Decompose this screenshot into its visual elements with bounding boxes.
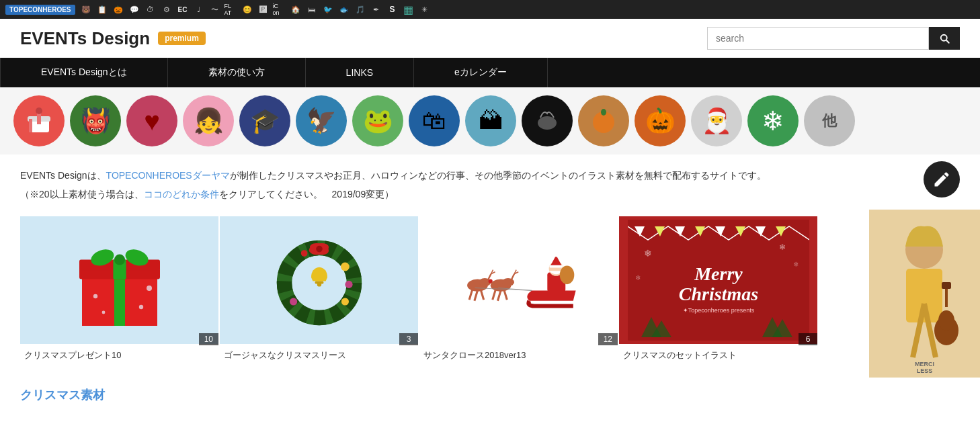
topbar-icon-sparkle[interactable]: ✳ bbox=[418, 3, 432, 16]
category-item-ink[interactable] bbox=[522, 95, 573, 146]
nav-item-usage[interactable]: 素材の使い方 bbox=[168, 58, 306, 87]
description-line2: （※20以上素材使う場合は、ココのどれか条件をクリアしてください。 2019/0… bbox=[20, 187, 786, 203]
svg-point-33 bbox=[290, 298, 297, 305]
category-item-tanabata[interactable]: 🛍 bbox=[409, 95, 460, 146]
header-left: EVENTs Design premium bbox=[20, 28, 206, 49]
card-grid: クリスマスプレゼント10 10 bbox=[20, 216, 960, 367]
category-item-autumn[interactable]: 🏔 bbox=[465, 95, 516, 146]
topbar-icon-smile[interactable]: 😊 bbox=[241, 3, 254, 16]
svg-text:❄: ❄ bbox=[644, 248, 652, 259]
section-heading-link[interactable]: クリスマス素材 bbox=[20, 388, 105, 402]
sidebar-ad-text: MERCILESS bbox=[872, 361, 977, 374]
site-title: EVENTs Design bbox=[20, 28, 150, 49]
svg-rect-86 bbox=[942, 282, 951, 289]
category-item-autumn2[interactable] bbox=[578, 95, 629, 146]
svg-line-37 bbox=[481, 289, 484, 299]
svg-point-7 bbox=[601, 109, 606, 116]
nav-item-calendar[interactable]: eカレンダー bbox=[414, 58, 548, 87]
topbar-icon-bed[interactable]: 🛏 bbox=[305, 3, 319, 16]
svg-point-16 bbox=[93, 294, 97, 298]
main-nav: EVENTs Designとは 素材の使い方 LINKS eカレンダー bbox=[0, 58, 980, 87]
svg-point-26 bbox=[317, 282, 321, 286]
premium-badge: premium bbox=[158, 32, 206, 45]
topbar-icon-bird[interactable]: 🐦 bbox=[321, 3, 335, 16]
category-item-others[interactable]: 他 bbox=[804, 95, 855, 146]
card-1-label: クリスマスプレゼント10 bbox=[20, 344, 218, 367]
card-2-label: ゴージャスなクリスマスリース bbox=[220, 344, 418, 367]
search-icon bbox=[938, 32, 950, 44]
gift-icon bbox=[66, 226, 173, 334]
topbar-icon-ec[interactable]: EC bbox=[176, 3, 190, 16]
topbar-icon-pen[interactable]: ✒ bbox=[370, 3, 383, 16]
svg-line-35 bbox=[469, 289, 473, 299]
sidebar-ad-image bbox=[869, 210, 980, 378]
svg-point-19 bbox=[138, 304, 142, 308]
category-item-halloween[interactable]: 🎃 bbox=[635, 95, 686, 146]
svg-point-55 bbox=[559, 265, 574, 284]
svg-line-45 bbox=[497, 290, 501, 300]
card-xmas[interactable]: ❄ ❄ ❄ ❄ Merry Christmas ✦Topeconheroes p… bbox=[619, 216, 817, 367]
topbar-icon-person[interactable]: 🎃 bbox=[112, 3, 125, 16]
topbar-icon-s[interactable]: S bbox=[386, 3, 399, 16]
svg-line-44 bbox=[492, 289, 495, 299]
topbar-icon-gear[interactable]: ⚙ bbox=[160, 3, 173, 16]
card-santa[interactable]: サンタクロース2018ver13 12 bbox=[419, 216, 618, 367]
svg-line-36 bbox=[474, 290, 477, 300]
category-item-santa[interactable]: 🎅 bbox=[691, 95, 742, 146]
category-item-christmas[interactable] bbox=[13, 95, 65, 146]
sidebar-ad: MERCILESS bbox=[869, 210, 980, 378]
nav-item-about[interactable]: EVENTs Designとは bbox=[0, 58, 168, 87]
card-gift[interactable]: クリスマスプレゼント10 10 bbox=[20, 216, 218, 367]
edit-icon bbox=[932, 170, 951, 189]
card-4-label: クリスマスのセットイラスト bbox=[619, 344, 817, 367]
svg-point-17 bbox=[147, 286, 152, 291]
floating-edit-button[interactable] bbox=[924, 161, 960, 198]
topbar-icon-parking[interactable]: 🅿 bbox=[257, 3, 270, 16]
search-button[interactable] bbox=[929, 27, 960, 50]
card-wreath[interactable]: ゴージャスなクリスマスリース 3 bbox=[220, 216, 418, 367]
topbar-logo[interactable]: TOPECONHEROES bbox=[5, 5, 75, 15]
topbar-icon-note[interactable]: 🎵 bbox=[354, 3, 367, 16]
category-icon-autumn2 bbox=[587, 104, 620, 138]
topbar-icon-music[interactable]: ♩ bbox=[192, 3, 206, 16]
nav-item-links[interactable]: LINKS bbox=[306, 58, 414, 87]
section-heading: クリスマス素材 bbox=[0, 380, 980, 403]
topbar-icon-wave[interactable]: 〜 bbox=[208, 3, 222, 16]
svg-rect-53 bbox=[549, 265, 563, 267]
topbar-icon-fish[interactable]: 🐟 bbox=[337, 3, 351, 16]
category-item-summer[interactable]: 🦅 bbox=[296, 95, 347, 146]
description-line1: EVENTs Designは、TOPECONHEROESダーヤマが制作したクリス… bbox=[20, 168, 786, 184]
search-input[interactable] bbox=[707, 27, 929, 50]
category-item-rainy[interactable]: 🐸 bbox=[352, 95, 403, 146]
topbar-icon-copy[interactable]: 📋 bbox=[95, 3, 109, 16]
svg-point-54 bbox=[554, 253, 558, 257]
category-item-graduation[interactable]: 🎓 bbox=[239, 95, 290, 146]
link-conditions[interactable]: ココのどれか条件 bbox=[144, 189, 219, 200]
svg-line-46 bbox=[503, 289, 507, 299]
svg-point-15 bbox=[114, 254, 125, 265]
card-1-count: 10 bbox=[199, 333, 218, 345]
topbar-icon-bear[interactable]: 🐻 bbox=[79, 3, 93, 16]
card-2-count: 3 bbox=[399, 333, 418, 345]
svg-text:❄: ❄ bbox=[779, 243, 786, 252]
svg-point-84 bbox=[938, 310, 954, 331]
category-item-setsubun[interactable]: 👹 bbox=[70, 95, 121, 146]
category-item-winter[interactable]: ❄ bbox=[747, 95, 799, 146]
topbar-icon-ic[interactable]: iC on bbox=[273, 3, 286, 16]
topbar-icon-flat[interactable]: FL AT bbox=[224, 3, 238, 16]
link-topecon[interactable]: TOPECONHEROESダーヤマ bbox=[106, 170, 230, 181]
svg-point-5 bbox=[538, 116, 557, 130]
topbar-icon-house[interactable]: 🏠 bbox=[289, 3, 302, 16]
category-item-valentine[interactable]: ♥ bbox=[126, 95, 177, 146]
content-section: クリスマスプレゼント10 10 bbox=[0, 210, 980, 380]
category-icon-christmas bbox=[22, 104, 56, 138]
svg-rect-9 bbox=[114, 277, 125, 326]
svg-point-29 bbox=[316, 245, 323, 252]
topbar-icon-grid[interactable]: ▦ bbox=[402, 3, 415, 16]
card-4-count: 6 bbox=[799, 333, 817, 345]
svg-rect-4 bbox=[29, 119, 32, 132]
svg-point-32 bbox=[341, 298, 348, 305]
topbar-icon-chat[interactable]: 💬 bbox=[128, 3, 141, 16]
topbar-icon-clock[interactable]: ⏱ bbox=[144, 3, 157, 16]
category-item-hinamatsuri[interactable]: 👧 bbox=[183, 95, 234, 146]
